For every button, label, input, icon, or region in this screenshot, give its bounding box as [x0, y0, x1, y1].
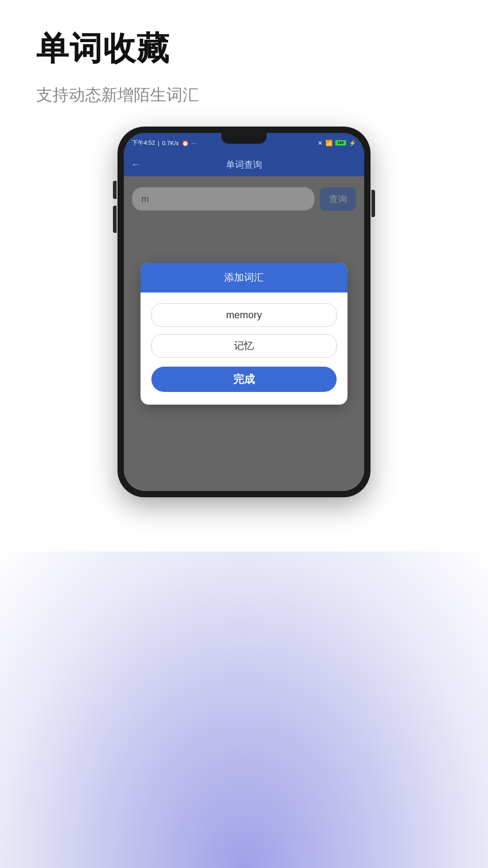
volume-down-button	[113, 206, 117, 233]
background-blob	[0, 552, 488, 868]
status-speed: 0.7K/s	[162, 140, 179, 146]
back-button[interactable]: ←	[131, 159, 141, 170]
confirm-button[interactable]: 完成	[151, 367, 337, 392]
status-left: 下午4:52 | 0.7K/s ⏰ ···	[132, 139, 196, 147]
app-content: 查询 添加词汇 memory 记忆 完成	[124, 176, 364, 491]
volume-up-button	[113, 181, 117, 199]
phone-mockup: 下午4:52 | 0.7K/s ⏰ ··· ✕ 📶 100 ⚡ ← 单词查询	[117, 127, 371, 497]
dialog-body: memory 记忆 完成	[141, 292, 347, 405]
page-subtitle: 支持动态新增陌生词汇	[36, 84, 199, 106]
status-time: 下午4:52	[132, 139, 155, 147]
page-header: 单词收藏 支持动态新增陌生词汇	[36, 27, 199, 106]
charging-icon: ⚡	[349, 140, 356, 146]
alarm-icon: ⏰	[182, 140, 189, 146]
word-field[interactable]: memory	[151, 303, 337, 327]
close-icon: ✕	[318, 140, 323, 146]
translation-field[interactable]: 记忆	[151, 334, 337, 358]
phone-screen: 下午4:52 | 0.7K/s ⏰ ··· ✕ 📶 100 ⚡ ← 单词查询	[124, 133, 364, 491]
wifi-icon: 📶	[325, 140, 333, 146]
battery-icon: 100	[335, 140, 346, 146]
phone-frame: 下午4:52 | 0.7K/s ⏰ ··· ✕ 📶 100 ⚡ ← 单词查询	[117, 127, 371, 497]
dialog-header: 添加词汇	[141, 263, 347, 292]
nav-title: 单词查询	[226, 159, 262, 171]
power-button	[371, 190, 375, 217]
status-network: |	[158, 140, 159, 146]
dialog-box: 添加词汇 memory 记忆 完成	[141, 263, 347, 405]
status-right: ✕ 📶 100 ⚡	[318, 140, 356, 146]
status-dots: ···	[192, 140, 197, 146]
phone-notch	[221, 133, 267, 144]
nav-bar: ← 单词查询	[124, 153, 364, 176]
dialog-overlay: 添加词汇 memory 记忆 完成	[124, 176, 364, 491]
page-title: 单词收藏	[36, 27, 199, 71]
